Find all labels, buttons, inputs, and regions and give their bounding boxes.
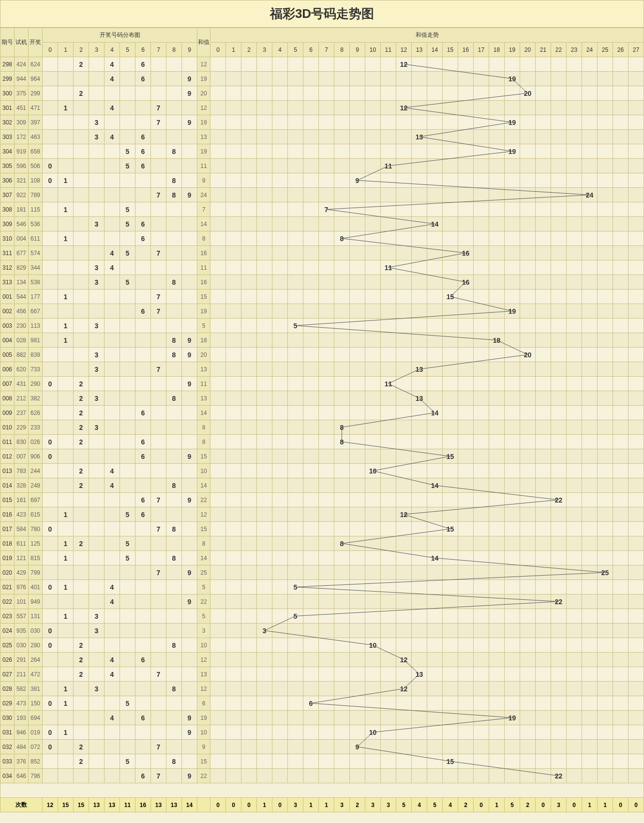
cell-sum (381, 130, 396, 144)
cell-sum (319, 740, 334, 754)
cell-sum (319, 522, 334, 536)
cell-sum (427, 711, 443, 725)
cell-sum (551, 362, 567, 377)
cell-sum: 11 (381, 159, 396, 173)
cell-sum (458, 72, 474, 86)
cell-sum (210, 464, 226, 478)
cell-sum (412, 115, 427, 130)
cell-sum (257, 348, 272, 362)
cell-sum (303, 57, 319, 72)
table-row: 0319460190191010 (0, 725, 644, 740)
cell-sum (288, 653, 303, 667)
cell-digit (58, 188, 74, 202)
cell-qi: 009 (0, 406, 15, 420)
cell-sum (443, 507, 458, 522)
cell-sum (257, 638, 272, 653)
cell-digit (74, 493, 89, 507)
cell-sum (396, 246, 412, 260)
cell-digit (74, 246, 89, 260)
cell-sum (412, 260, 427, 275)
cell-digit (43, 72, 58, 86)
cell-sum (396, 159, 412, 173)
cell-sum (319, 173, 334, 188)
cell-sum (272, 449, 288, 464)
cell-sum (474, 638, 489, 653)
cell-sum (598, 522, 613, 536)
cell-sum (520, 217, 536, 231)
cell-sum: 12 (396, 682, 412, 696)
cell-hz: 19 (197, 711, 210, 725)
cell-sum (582, 348, 598, 362)
cell-digit (89, 101, 105, 115)
cell-hz: 11 (197, 159, 210, 173)
cell-digit (74, 231, 89, 246)
cell-kj: 733 (29, 362, 43, 377)
cell-sum (365, 565, 381, 580)
cell-digit (58, 435, 74, 449)
cell-sum (598, 188, 613, 202)
cell-digit (166, 319, 182, 333)
cell-sum (412, 420, 427, 435)
cell-sum (334, 188, 350, 202)
cell-sum (319, 319, 334, 333)
cell-sum (582, 319, 598, 333)
cell-digit (120, 522, 135, 536)
cell-sum (613, 725, 629, 740)
cell-sum (629, 536, 644, 551)
cell-sum (443, 435, 458, 449)
cell-sum (489, 72, 505, 86)
cell-digit (120, 173, 135, 188)
cell-sum (520, 522, 536, 536)
cell-sum (210, 72, 226, 86)
cell-digit: 9 (182, 449, 197, 464)
cell-qi: 303 (0, 130, 15, 144)
cell-sum (629, 594, 644, 609)
cell-sum (257, 406, 272, 420)
cell-sum (226, 333, 241, 348)
cell-sj: 028 (15, 333, 29, 348)
cell-sum (629, 290, 644, 304)
cell-sj: 375 (15, 86, 29, 101)
cell-sum (412, 217, 427, 231)
cell-sum (381, 348, 396, 362)
cell-sum (427, 319, 443, 333)
cell-sum (520, 478, 536, 493)
cell-sum (350, 594, 365, 609)
cell-sum (257, 725, 272, 740)
cell-sum (536, 57, 551, 72)
cell-sum (210, 319, 226, 333)
cell-sum (427, 594, 443, 609)
cell-sum (474, 217, 489, 231)
cell-digit: 2 (74, 406, 89, 420)
cell-digit (151, 57, 166, 72)
cell-sum (427, 72, 443, 86)
cell-sum (257, 173, 272, 188)
table-row: 3116775744571616 (0, 246, 644, 260)
cell-digit: 7 (151, 740, 166, 754)
cell-sum (489, 101, 505, 115)
cell-qi: 033 (0, 754, 15, 769)
cell-sum (241, 362, 257, 377)
cell-qi: 301 (0, 101, 15, 115)
cell-sum (319, 72, 334, 86)
cell-sum (474, 319, 489, 333)
cell-sum (629, 391, 644, 406)
cell-sum (241, 304, 257, 319)
cell-sum (613, 464, 629, 478)
cell-kj: 344 (29, 260, 43, 275)
cell-digit (135, 594, 151, 609)
cell-sum (226, 188, 241, 202)
cell-sum: 14 (427, 478, 443, 493)
cell-sum (536, 711, 551, 725)
cell-sum (396, 594, 412, 609)
cell-sum: 15 (443, 754, 458, 769)
cell-digit (151, 377, 166, 391)
cell-kj: 799 (29, 565, 43, 580)
cell-sum: 16 (458, 275, 474, 290)
cell-sum (396, 478, 412, 493)
cell-sum (272, 507, 288, 522)
cell-digit (135, 609, 151, 624)
cell-digit (120, 362, 135, 377)
cell-sum (257, 696, 272, 711)
cell-sum (257, 260, 272, 275)
